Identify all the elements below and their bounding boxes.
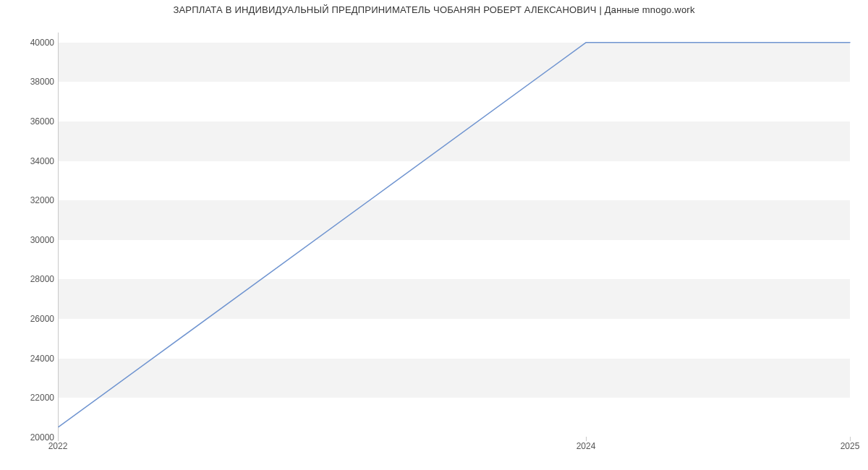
- y-tick-label: 26000: [11, 314, 54, 324]
- series-line: [59, 43, 850, 427]
- x-tick-mark: [58, 437, 59, 441]
- y-tick-label: 36000: [11, 116, 54, 127]
- chart-container: ЗАРПЛАТА В ИНДИВИДУАЛЬНЫЙ ПРЕДПРИНИМАТЕЛ…: [0, 0, 868, 470]
- y-tick-label: 28000: [11, 274, 54, 284]
- y-tick-label: 32000: [11, 195, 54, 205]
- y-tick-label: 24000: [11, 354, 54, 364]
- plot-area: [58, 33, 850, 437]
- y-tick-label: 22000: [11, 393, 54, 403]
- y-tick-label: 30000: [11, 235, 54, 245]
- y-tick-label: 38000: [11, 77, 54, 87]
- x-tick-mark: [586, 437, 587, 441]
- y-tick-label: 40000: [11, 38, 54, 48]
- line-layer: [59, 33, 850, 437]
- chart-title: ЗАРПЛАТА В ИНДИВИДУАЛЬНЫЙ ПРЕДПРИНИМАТЕЛ…: [0, 4, 868, 15]
- y-tick-label: 34000: [11, 156, 54, 166]
- x-tick-label: 2025: [841, 441, 860, 451]
- x-tick-label: 2022: [48, 441, 68, 451]
- x-tick-label: 2024: [576, 441, 596, 451]
- x-tick-mark: [850, 437, 851, 441]
